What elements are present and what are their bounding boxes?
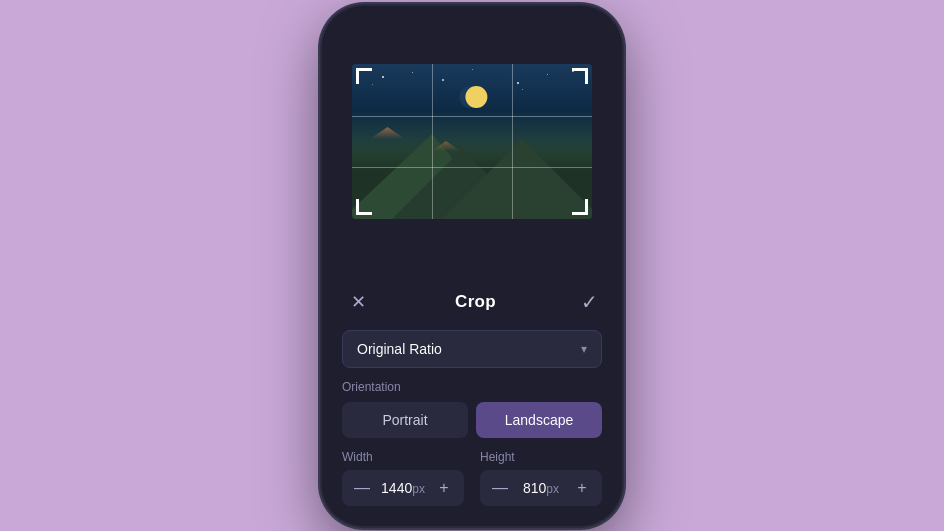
confirm-button[interactable]: ✓	[581, 290, 598, 314]
width-label: Width	[342, 450, 464, 464]
height-control: — 810px +	[480, 470, 602, 506]
mountain-right	[442, 139, 592, 219]
ratio-dropdown-container: Original Ratio ▾	[342, 330, 602, 368]
image-container[interactable]	[352, 64, 592, 219]
phone-body: ✕ Crop ✓ Original Ratio ▾ Orientation Po…	[322, 6, 622, 526]
height-decrease-button[interactable]: —	[490, 478, 510, 498]
width-unit: px	[412, 482, 425, 496]
phone-wrapper: ✕ Crop ✓ Original Ratio ▾ Orientation Po…	[312, 0, 632, 531]
orientation-label: Orientation	[342, 380, 602, 394]
width-increase-button[interactable]: +	[434, 478, 454, 498]
mountain-snow-left	[370, 127, 405, 139]
dimensions-row: Width — 1440px + Height —	[342, 450, 602, 506]
height-value: 810px	[523, 480, 559, 496]
width-control: — 1440px +	[342, 470, 464, 506]
portrait-button[interactable]: Portrait	[342, 402, 468, 438]
height-group: Height — 810px +	[480, 450, 602, 506]
height-increase-button[interactable]: +	[572, 478, 592, 498]
crop-toolbar: ✕ Crop ✓	[342, 278, 602, 326]
orientation-section: Orientation Portrait Landscape	[342, 380, 602, 438]
phone-screen: ✕ Crop ✓ Original Ratio ▾ Orientation Po…	[322, 6, 622, 526]
chevron-down-icon: ▾	[581, 342, 587, 356]
height-label: Height	[480, 450, 602, 464]
width-value: 1440px	[381, 480, 425, 496]
width-decrease-button[interactable]: —	[352, 478, 372, 498]
width-group: Width — 1440px +	[342, 450, 464, 506]
ratio-dropdown[interactable]: Original Ratio ▾	[342, 330, 602, 368]
cancel-button[interactable]: ✕	[346, 290, 370, 314]
height-unit: px	[546, 482, 559, 496]
moon	[465, 86, 487, 108]
bottom-panel: ✕ Crop ✓ Original Ratio ▾ Orientation Po…	[322, 278, 622, 526]
ratio-dropdown-value: Original Ratio	[357, 341, 442, 357]
preview-area	[322, 6, 622, 278]
image-background	[352, 64, 592, 219]
orientation-buttons: Portrait Landscape	[342, 402, 602, 438]
crop-title: Crop	[455, 292, 496, 312]
landscape-button[interactable]: Landscape	[476, 402, 602, 438]
